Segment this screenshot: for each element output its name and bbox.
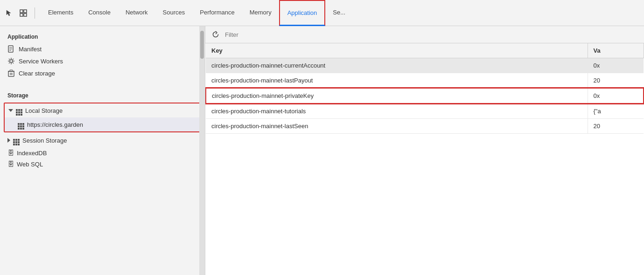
clear-storage-icon (7, 69, 15, 77)
web-sql-icon: 🗄 (7, 160, 14, 168)
toolbar: Elements Console Network Sources Perform… (0, 0, 644, 26)
svg-rect-2 (20, 14, 23, 16)
local-storage-label: Local Storage (25, 107, 63, 114)
local-storage-expand-icon (8, 109, 13, 112)
table-row[interactable]: circles-production-mainnet-currentAccoun… (206, 58, 644, 73)
tab-application[interactable]: Application (279, 0, 326, 26)
table-cell-value: 20 (588, 73, 644, 89)
svg-rect-1 (24, 10, 27, 13)
refresh-button[interactable] (210, 29, 221, 40)
tab-memory[interactable]: Memory (242, 0, 279, 26)
tool-icons (4, 7, 35, 19)
table-row[interactable]: circles-production-mainnet-tutorials{"a (206, 103, 644, 119)
sidebar-item-web-sql[interactable]: 🗄 Web SQL (0, 158, 205, 170)
sidebar: Application Manifest (0, 26, 205, 275)
svg-line-14 (13, 62, 14, 63)
table-cell-value: {"a (588, 103, 644, 119)
table-cell-key: circles-production-mainnet-lastPayout (206, 73, 588, 89)
manifest-icon (7, 45, 15, 53)
session-storage-expand-icon (7, 138, 10, 143)
local-storage-group: Local Storage https://circles.garden (4, 103, 201, 132)
table-row[interactable]: circles-production-mainnet-lastSeen20 (206, 119, 644, 134)
tab-console[interactable]: Console (81, 0, 118, 26)
col-value-header: Va (588, 43, 644, 58)
svg-line-16 (9, 62, 10, 63)
col-key-header: Key (206, 43, 588, 58)
table-row[interactable]: circles-production-mainnet-lastPayout20 (206, 73, 644, 89)
filter-bar (205, 26, 644, 43)
sidebar-item-indexed-db[interactable]: 🗄 IndexedDB (0, 147, 205, 158)
storage-section-label: Storage (0, 85, 205, 102)
local-storage-header[interactable]: Local Storage (5, 103, 200, 117)
local-storage-grid-icon (16, 105, 22, 116)
svg-line-15 (13, 59, 14, 60)
inspect-tool-icon[interactable] (18, 7, 29, 19)
indexed-db-label: IndexedDB (17, 150, 47, 157)
table-container: Key Va circles-production-mainnet-curren… (205, 43, 644, 275)
tab-security[interactable]: Se... (325, 0, 353, 26)
table-cell-key: circles-production-mainnet-lastSeen (206, 119, 588, 134)
web-sql-label: Web SQL (17, 161, 43, 168)
tab-performance[interactable]: Performance (192, 0, 242, 26)
table-cell-key: circles-production-mainnet-privateKey (206, 88, 588, 103)
table-cell-value: 20 (588, 119, 644, 134)
manifest-label: Manifest (19, 46, 42, 53)
indexed-db-icon: 🗄 (7, 149, 14, 157)
table-cell-key: circles-production-mainnet-tutorials (206, 103, 588, 119)
table-header-row: Key Va (206, 43, 644, 58)
main-layout: Application Manifest (0, 26, 644, 275)
service-workers-icon (7, 57, 15, 65)
local-storage-url-item[interactable]: https://circles.garden (5, 117, 200, 131)
sidebar-item-service-workers[interactable]: Service Workers (0, 55, 205, 67)
svg-rect-0 (20, 10, 23, 13)
session-storage-grid-icon (13, 135, 20, 145)
clear-storage-label: Clear storage (19, 70, 55, 77)
svg-point-8 (10, 60, 13, 62)
tab-network[interactable]: Network (118, 0, 155, 26)
tab-sources[interactable]: Sources (155, 0, 193, 26)
local-storage-url-grid-icon (18, 119, 24, 130)
table-cell-value: 0x (588, 88, 644, 103)
session-storage-label: Session Storage (22, 137, 67, 144)
content-area: Key Va circles-production-mainnet-curren… (205, 26, 644, 275)
application-section-label: Application (0, 26, 205, 43)
sidebar-scroll-thumb[interactable] (200, 31, 204, 59)
tab-elements[interactable]: Elements (41, 0, 81, 26)
table-cell-key: circles-production-mainnet-currentAccoun… (206, 58, 588, 73)
filter-input[interactable] (225, 31, 639, 38)
svg-rect-19 (10, 70, 13, 71)
svg-line-13 (9, 59, 10, 60)
sidebar-item-manifest[interactable]: Manifest (0, 43, 205, 55)
service-workers-label: Service Workers (19, 58, 63, 65)
sidebar-item-session-storage[interactable]: Session Storage (0, 133, 205, 147)
storage-table: Key Va circles-production-mainnet-curren… (205, 43, 644, 134)
sidebar-item-clear-storage[interactable]: Clear storage (0, 67, 205, 79)
table-row[interactable]: circles-production-mainnet-privateKey0x (206, 88, 644, 103)
cursor-tool-icon[interactable] (4, 7, 15, 19)
svg-rect-3 (24, 14, 27, 16)
storage-section: Storage Local Storage (0, 79, 205, 170)
table-cell-value: 0x (588, 58, 644, 73)
sidebar-scrollbar[interactable] (199, 26, 205, 275)
local-storage-url-label: https://circles.garden (27, 121, 83, 128)
